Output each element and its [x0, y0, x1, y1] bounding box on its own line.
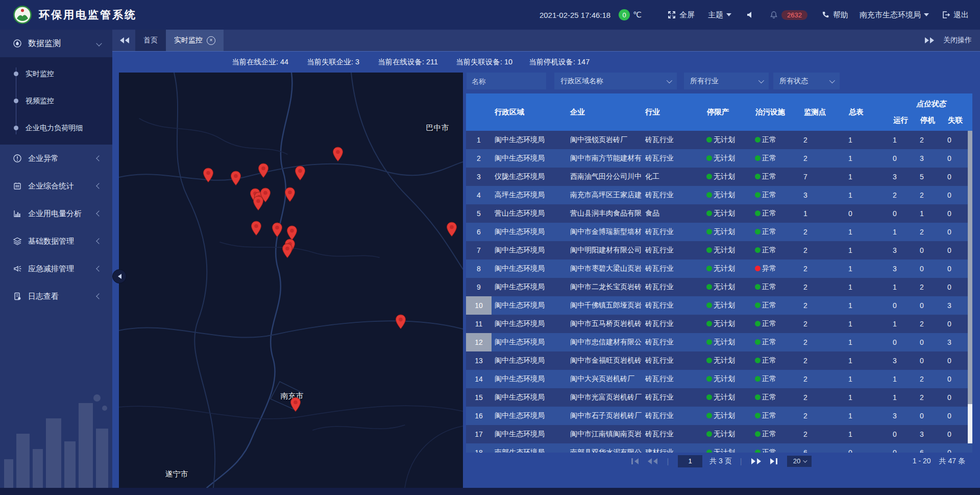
map-pin[interactable] — [253, 196, 264, 211]
status-filter-select[interactable]: 所有状态 — [773, 73, 840, 89]
row-number-cell: 1 — [466, 131, 492, 149]
total-meter-cell: 1 — [845, 246, 890, 254]
table-row[interactable]: 1阆中生态环境局阆中强锐页岩砖厂砖瓦行业无计划正常21120 — [466, 131, 972, 149]
column-header-region: 行政区域 — [495, 93, 524, 131]
theme-dropdown[interactable]: 主题 — [708, 10, 731, 20]
scrollbar-tail — [968, 404, 972, 443]
map-pin[interactable] — [258, 163, 269, 178]
table-row[interactable]: 15阆中生态环境局阆中市光富页岩机砖厂砖瓦行业无计划正常21120 — [466, 388, 972, 407]
monitor-count-cell: 2 — [800, 154, 845, 162]
map-pin[interactable] — [272, 222, 283, 238]
industry-cell: 砖瓦行业 — [642, 374, 703, 384]
map-pin[interactable] — [230, 171, 241, 186]
facility-status-cell: 正常 — [752, 356, 800, 365]
table-row[interactable]: 14阆中生态环境局阆中大兴页岩机砖厂砖瓦行业无计划正常21120 — [466, 370, 972, 388]
table-row[interactable]: 12阆中生态环境局阆中市忠信建材有限公砖瓦行业无计划正常21003 — [466, 333, 972, 351]
mute-button[interactable] — [746, 10, 755, 19]
row-number-cell: 10 — [466, 296, 492, 315]
next-page-button[interactable] — [751, 458, 761, 464]
sidebar-item-应急减排管理[interactable]: 应急减排管理 — [0, 255, 112, 282]
table-row[interactable]: 6阆中生态环境局阆中市金博瑞新型墙材砖瓦行业无计划正常21120 — [466, 223, 972, 241]
logout-button[interactable]: 退出 — [941, 10, 969, 20]
range-label: 1 - 20 — [913, 457, 931, 466]
industry-cell: 砖瓦行业 — [642, 264, 703, 273]
table-row[interactable]: 4高坪生态环境局南充市高坪区王家店建砖瓦行业无计划正常31220 — [466, 186, 972, 204]
region-cell: 阆中生态环境局 — [492, 430, 567, 439]
map-pin[interactable] — [203, 168, 214, 183]
table-row[interactable]: 18南部生态环境局南部县双华水泥有限公建材行业无计划正常60060 — [466, 443, 972, 453]
stopped-count-cell: 2 — [917, 228, 944, 236]
region-filter-select[interactable]: 行政区域名称 — [554, 73, 677, 89]
table-row[interactable]: 16阆中生态环境局阆中市石子页岩机砖厂砖瓦行业无计划正常21300 — [466, 407, 972, 425]
map-pin[interactable] — [395, 314, 406, 329]
chevron-left-icon — [96, 155, 102, 161]
map-pin[interactable] — [295, 166, 306, 181]
column-header-running: 运行 — [893, 114, 908, 126]
running-count-cell: 0 — [890, 338, 917, 346]
close-operations-button[interactable]: 关闭操作 — [943, 36, 972, 45]
last-page-button[interactable] — [770, 458, 777, 464]
sidebar-subitem-label: 视频监控 — [26, 97, 54, 106]
tabs-scroll-left-button[interactable] — [120, 37, 129, 43]
sidebar-subitem-视频监控[interactable]: 视频监控 — [0, 87, 112, 114]
map-pin[interactable] — [251, 221, 262, 236]
table-row[interactable]: 8阆中生态环境局阆中市枣碧大梁山页岩砖瓦行业无计划异常21300 — [466, 260, 972, 278]
sidebar-item-企业异常[interactable]: 企业异常 — [0, 145, 112, 172]
facility-status-cell: 正常 — [752, 448, 800, 453]
sidebar-subitem-实时监控[interactable]: 实时监控 — [0, 60, 112, 87]
table-row[interactable]: 9阆中生态环境局阆中市二龙长宝页岩砖砖瓦行业无计划正常21120 — [466, 278, 972, 296]
page-number-input[interactable] — [678, 455, 702, 467]
page-size-select[interactable]: 20 — [787, 456, 812, 467]
table-row[interactable]: 3仪陇生态环境局西南油气田分公司川中化工无计划正常71350 — [466, 168, 972, 186]
stats-bar: 当前在线企业: 44当前失联企业: 3当前在线设备: 211当前失联设备: 10… — [112, 51, 980, 72]
table-row[interactable]: 10阆中生态环境局阆中千佛镇五郎垭页岩砖瓦行业无计划正常21003 — [466, 296, 972, 315]
industry-filter-select[interactable]: 所有行业 — [684, 73, 769, 89]
industry-cell: 砖瓦行业 — [642, 356, 703, 365]
company-cell: 阆中千佛镇五郎垭页岩 — [567, 301, 642, 310]
company-cell: 阆中市忠信建材有限公 — [567, 338, 642, 347]
app-title: 环保用电监管系统 — [39, 8, 137, 22]
map-pin[interactable] — [282, 243, 293, 258]
stopped-count-cell: 0 — [917, 338, 944, 346]
monitor-count-cell: 2 — [800, 430, 845, 438]
table-row[interactable]: 7阆中生态环境局阆中明阳建材有限公司砖瓦行业无计划正常21300 — [466, 241, 972, 260]
map-pin[interactable] — [284, 187, 296, 202]
fullscreen-button[interactable]: 全屏 — [667, 10, 695, 20]
table-row[interactable]: 5营山生态环境局营山县润丰肉食品有限食品无计划正常10010 — [466, 204, 972, 223]
sidebar-item-日志查看[interactable]: 日志查看 — [0, 282, 112, 310]
phone-icon — [821, 10, 830, 19]
sidebar-item-企业用电量分析[interactable]: 企业用电量分析 — [0, 200, 112, 227]
table-row[interactable]: 13阆中生态环境局阆中市金福旺页岩机砖砖瓦行业无计划正常21300 — [466, 351, 972, 370]
name-filter-input[interactable] — [467, 73, 546, 89]
status-dot-icon — [755, 394, 761, 400]
notifications-button[interactable]: 2632 — [769, 10, 807, 20]
sidebar-item-企业综合统计[interactable]: 企业综合统计 — [0, 172, 112, 200]
map-pin[interactable] — [290, 397, 301, 412]
table-row[interactable]: 2阆中生态环境局阆中市南方节能建材有砖瓦行业无计划正常21030 — [466, 149, 972, 168]
previous-page-button[interactable] — [648, 458, 657, 464]
status-dot-icon — [706, 302, 712, 308]
help-button[interactable]: 帮助 — [821, 10, 848, 20]
scrollbar-thumb[interactable] — [968, 131, 972, 404]
total-meter-cell: 1 — [845, 375, 890, 383]
table-row[interactable]: 17阆中生态环境局阆中市江南镇阆南页岩砖瓦行业无计划正常21030 — [466, 425, 972, 443]
map-collapse-button[interactable] — [112, 269, 127, 284]
map-panel[interactable]: 巴中市南充市遂宁市 — [119, 73, 463, 488]
running-count-cell: 3 — [890, 173, 917, 181]
table-scrollbar[interactable] — [968, 131, 972, 453]
map-pin[interactable] — [332, 147, 344, 162]
facility-status-cell: 正常 — [752, 301, 800, 310]
tab-实时监控[interactable]: 实时监控× — [166, 30, 224, 51]
table-row[interactable]: 11阆中生态环境局阆中市五马桥页岩机砖砖瓦行业无计划正常21120 — [466, 315, 972, 333]
org-dropdown[interactable]: 南充市生态环境局 — [860, 10, 929, 20]
sidebar-item-基础数据管理[interactable]: 基础数据管理 — [0, 227, 112, 255]
sidebar-subitem-企业电力负荷明细[interactable]: 企业电力负荷明细 — [0, 114, 112, 142]
tab-首页[interactable]: 首页 — [135, 30, 166, 51]
map-pin[interactable] — [446, 222, 457, 237]
sidebar-item-数据监测[interactable]: 数据监测 — [0, 30, 112, 57]
tab-close-icon[interactable]: × — [207, 36, 215, 45]
first-page-button[interactable] — [631, 458, 639, 464]
tabs-scroll-right-button[interactable] — [925, 37, 934, 43]
column-header-monitor: 监测点 — [804, 93, 826, 131]
company-cell: 阆中大兴页岩机砖厂 — [567, 374, 642, 384]
